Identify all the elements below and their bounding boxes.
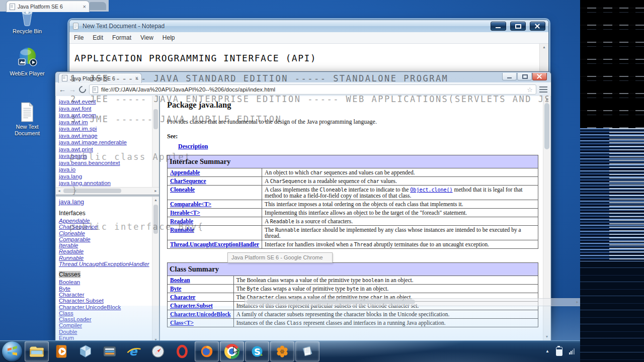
forward-icon[interactable]: → (69, 86, 76, 93)
package-link[interactable]: java.lang (59, 173, 82, 179)
desktop-icon-webex-player[interactable]: WebEx Player (2, 46, 52, 77)
class-link[interactable]: Byte (59, 286, 70, 292)
new-tab-button[interactable] (90, 2, 106, 10)
interface-link[interactable]: Thread.UncaughtExceptionHandler (170, 241, 259, 247)
package-link[interactable]: java.beans.beancontext (59, 160, 120, 166)
menu-item[interactable]: File (69, 34, 88, 41)
scroll-up-icon[interactable]: ▲ (152, 198, 159, 202)
interface-link[interactable]: Comparable (59, 236, 91, 242)
interface-link[interactable]: Comparable<T> (170, 201, 211, 207)
taskbar-explorer[interactable] (25, 341, 49, 361)
class-link[interactable]: Byte (170, 286, 181, 292)
packages-horizontal-scrollbar[interactable]: ◄ ► (56, 187, 159, 195)
taskbar-chrome[interactable] (220, 341, 244, 361)
taskbar-media-player[interactable] (50, 342, 73, 361)
interface-link[interactable]: Iterable<T> (170, 210, 200, 216)
scroll-up-icon[interactable]: ▲ (543, 98, 550, 102)
back-icon[interactable]: ← (59, 86, 66, 93)
restore-button[interactable] (517, 73, 532, 80)
package-link[interactable]: java.awt.event (59, 99, 96, 105)
class-link[interactable]: Character.UnicodeBlock (59, 304, 121, 310)
class-link[interactable]: Boolean (59, 279, 80, 285)
interface-link[interactable]: Appendable (59, 218, 90, 224)
interface-link[interactable]: Readable (59, 248, 84, 254)
main-vertical-scrollbar[interactable]: ▲ ▼ (543, 96, 550, 340)
interface-link[interactable]: Runnable (170, 227, 194, 233)
taskbar-opera[interactable] (171, 342, 194, 361)
chrome-tab[interactable]: Java Platform SE 6 × (58, 73, 142, 83)
scroll-up-icon[interactable]: ▲ (540, 45, 548, 49)
taskbar-firefox[interactable] (195, 341, 219, 361)
tab-close-icon[interactable]: × (83, 4, 86, 10)
class-link[interactable]: Character.UnicodeBlock (170, 311, 231, 317)
battery-icon[interactable] (556, 347, 562, 356)
interface-link[interactable]: Runnable (59, 255, 84, 261)
chrome-menu-icon[interactable] (539, 86, 547, 93)
interface-link[interactable]: Appendable (170, 169, 200, 175)
scroll-down-icon[interactable]: ▼ (543, 335, 550, 339)
taskbar-safari[interactable] (146, 342, 170, 361)
hidden-icons-arrow-icon[interactable]: ▲ (545, 349, 549, 353)
desktop-icon-recycle-bin[interactable]: Recycle Bin (2, 9, 52, 35)
interface-link[interactable]: Cloneable (59, 230, 85, 236)
address-bar[interactable]: file:///D:/JAVA/Java%20API/JavaAPI%20--%… (89, 84, 536, 95)
package-link[interactable]: java.awt.print (59, 146, 93, 152)
class-link[interactable]: Class<T> (170, 320, 194, 326)
package-link[interactable]: java.awt.geom (59, 112, 96, 118)
bookmark-star-icon[interactable]: ☆ (527, 86, 533, 93)
class-link[interactable]: Character (59, 292, 85, 298)
package-link[interactable]: java.awt.font (59, 106, 92, 112)
close-button[interactable] (532, 73, 547, 80)
menu-item[interactable]: Edit (88, 34, 108, 41)
package-link[interactable]: java.awt.image.renderable (59, 139, 127, 145)
menu-item[interactable]: Help (158, 34, 180, 41)
package-link[interactable]: java.io (59, 166, 75, 172)
tab-close-icon[interactable]: × (135, 75, 138, 81)
taskbar-picasa[interactable] (270, 341, 294, 361)
reload-icon[interactable] (77, 84, 88, 95)
taskbar-vmware[interactable] (98, 342, 121, 361)
network-signal-icon[interactable] (569, 348, 575, 354)
interface-link[interactable]: Readable (170, 218, 193, 224)
class-link[interactable]: Character (170, 294, 195, 300)
notepad-titlebar[interactable]: New Text Document - Notepad (69, 20, 548, 32)
maximize-button[interactable] (510, 22, 526, 31)
taskbar-skype[interactable]: S (245, 341, 269, 361)
interface-link[interactable]: CharSequence (170, 178, 206, 184)
close-button[interactable] (530, 22, 545, 31)
taskbar-internet-explorer[interactable]: e (122, 342, 145, 361)
description-link[interactable]: Description (178, 143, 208, 150)
packages-vertical-scrollbar[interactable] (152, 96, 159, 188)
package-link[interactable]: java.awt.image (59, 133, 98, 139)
url-text[interactable]: file:///D:/JAVA/Java%20API/JavaAPI%20--%… (101, 86, 524, 93)
class-link[interactable]: Character.Subset (170, 303, 213, 309)
start-button[interactable] (2, 341, 22, 361)
class-link[interactable]: Character.Subset (59, 298, 104, 304)
interface-link[interactable]: Cloneable (170, 187, 195, 193)
minimize-button[interactable] (502, 73, 517, 80)
menu-item[interactable]: Format (108, 34, 136, 41)
menu-item[interactable]: View (136, 34, 158, 41)
chrome-titlebar[interactable]: Java Platform SE 6 × (55, 72, 551, 82)
desktop-icon-new-text-document[interactable]: New Text Document (2, 102, 52, 137)
class-link[interactable]: Double (59, 329, 77, 335)
package-link[interactable]: java.awt.im (59, 119, 88, 125)
package-link[interactable]: java.lang.annotation (59, 180, 111, 186)
class-link[interactable]: Boolean (170, 277, 190, 283)
detail-vertical-scrollbar[interactable]: ▲ ▼ (152, 197, 159, 340)
package-heading-link[interactable]: java.lang (59, 199, 84, 206)
scroll-left-icon[interactable]: ◄ (57, 189, 61, 193)
class-link[interactable]: Compiler (59, 322, 82, 328)
package-link[interactable]: java.beans (59, 153, 87, 159)
minimize-button[interactable] (491, 22, 506, 31)
interface-link[interactable]: Thread.UncaughtExceptionHandler (59, 261, 149, 267)
class-link[interactable]: ClassLoader (59, 316, 92, 322)
interface-link[interactable]: CharSequence (59, 224, 98, 230)
package-link[interactable]: java.awt.im.spi (59, 126, 97, 132)
taskbar-virtualbox[interactable] (74, 342, 97, 361)
scroll-right-icon[interactable]: ► (154, 189, 157, 193)
class-link[interactable]: Class (59, 310, 73, 316)
class-link[interactable]: Enum (59, 335, 74, 340)
taskbar-journal[interactable] (295, 341, 319, 361)
interface-link[interactable]: Iterable (59, 242, 78, 248)
